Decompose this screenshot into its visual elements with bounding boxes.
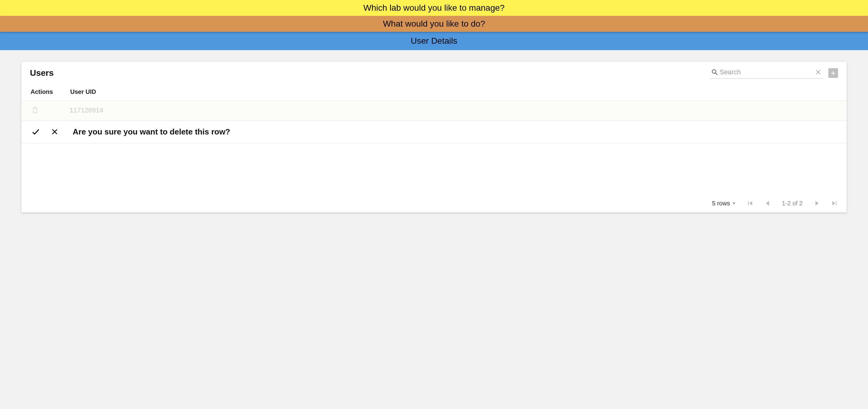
column-header-actions: Actions	[31, 88, 70, 95]
users-card: Users Act	[21, 62, 847, 212]
table-header: Actions User UID	[21, 81, 847, 100]
confirm-delete-message: Are you sure you want to delete this row…	[70, 127, 838, 137]
chevron-down-icon	[732, 201, 736, 205]
delete-confirm-row: Are you sure you want to delete this row…	[21, 120, 847, 143]
check-icon	[31, 127, 40, 136]
svg-marker-12	[766, 201, 769, 206]
banner-section-title: User Details	[0, 32, 868, 50]
svg-marker-9	[733, 203, 736, 204]
next-page-button[interactable]	[813, 200, 820, 207]
delete-row-button[interactable]	[30, 105, 40, 115]
table-row: 117126914	[21, 100, 847, 120]
cell-uid: 117126914	[70, 106, 838, 114]
card-title: Users	[30, 68, 710, 78]
last-page-icon	[831, 200, 838, 207]
svg-marker-13	[815, 201, 818, 206]
pagination-range: 1-2 of 2	[782, 200, 803, 207]
clear-search-button[interactable]	[814, 67, 823, 77]
banner-action-select[interactable]: What would you like to do?	[0, 16, 868, 32]
svg-marker-14	[832, 201, 835, 205]
cancel-delete-button[interactable]	[50, 126, 60, 137]
rows-per-page-select[interactable]: 5 rows	[712, 200, 736, 207]
svg-marker-11	[749, 201, 752, 205]
last-page-button[interactable]	[831, 200, 838, 207]
svg-point-0	[712, 70, 716, 74]
confirm-delete-button[interactable]	[30, 126, 41, 138]
chevron-right-icon	[813, 200, 820, 207]
banner-action-select-text: What would you like to do?	[383, 19, 485, 28]
trash-icon	[31, 106, 39, 114]
banner-section-title-text: User Details	[411, 36, 457, 46]
svg-line-1	[716, 73, 717, 75]
close-icon	[51, 128, 59, 136]
first-page-button[interactable]	[746, 200, 754, 207]
first-page-icon	[746, 200, 754, 207]
rows-per-page-label: 5 rows	[712, 200, 730, 207]
column-header-uid: User UID	[70, 88, 838, 95]
table-footer: 5 rows 1-2 of 2	[21, 195, 847, 212]
prev-page-button[interactable]	[764, 200, 772, 207]
search-input[interactable]	[719, 68, 814, 76]
banner-lab-select[interactable]: Which lab would you like to manage?	[0, 0, 868, 16]
search-field[interactable]	[710, 67, 823, 79]
search-icon	[710, 67, 719, 77]
svg-rect-10	[748, 201, 749, 205]
banner-lab-select-text: Which lab would you like to manage?	[364, 3, 504, 12]
svg-rect-15	[836, 201, 837, 205]
chevron-left-icon	[764, 200, 772, 207]
add-row-button[interactable]	[828, 68, 838, 78]
